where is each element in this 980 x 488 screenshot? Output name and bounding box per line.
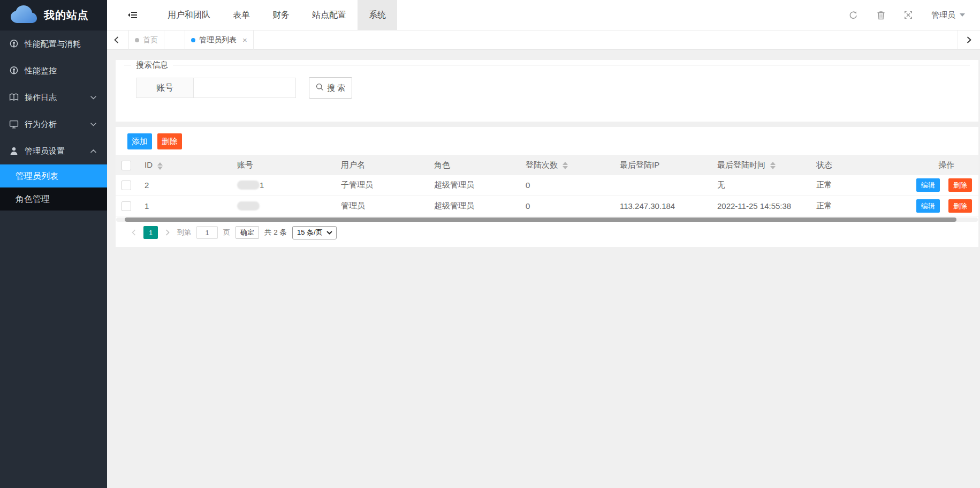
close-icon[interactable]: × bbox=[242, 35, 247, 44]
prev-page-icon[interactable] bbox=[130, 229, 138, 236]
main-area: 用户和团队 表单 财务 站点配置 系统 管理员 bbox=[107, 0, 980, 488]
chevron-down-icon bbox=[90, 96, 96, 100]
magnifier-icon bbox=[316, 83, 324, 93]
cell-actions: 编辑 删除 bbox=[902, 196, 978, 216]
sort-icon[interactable] bbox=[157, 162, 163, 170]
site-logo[interactable]: 我的站点 bbox=[0, 0, 107, 31]
row-delete-button[interactable]: 删除 bbox=[948, 178, 972, 192]
sidebar-subitem-admin-list[interactable]: 管理员列表 bbox=[0, 164, 107, 187]
nav-tab-finance[interactable]: 财务 bbox=[261, 0, 301, 30]
cell-last-ip bbox=[616, 175, 713, 196]
cell-status: 正常 bbox=[812, 175, 902, 196]
site-title: 我的站点 bbox=[44, 8, 89, 22]
nav-tab-users-teams[interactable]: 用户和团队 bbox=[156, 0, 222, 30]
monitor-icon bbox=[9, 119, 19, 129]
chevron-down-icon bbox=[326, 231, 332, 235]
admin-table: ID 账号 用户名 角色 登陆次数 最后登陆IP 最后登陆时间 状态 操作 2 bbox=[116, 155, 978, 216]
page-unit-label: 页 bbox=[223, 228, 230, 237]
cell-status: 正常 bbox=[812, 196, 902, 216]
column-header-id: ID bbox=[140, 155, 233, 175]
search-button[interactable]: 搜 索 bbox=[309, 77, 352, 99]
edit-button[interactable]: 编辑 bbox=[916, 178, 940, 192]
nav-tab-system[interactable]: 系统 bbox=[358, 0, 397, 30]
sidebar-item-operation-log[interactable]: 操作日志 bbox=[0, 84, 107, 111]
row-checkbox[interactable] bbox=[121, 201, 131, 211]
cell-username: 管理员 bbox=[337, 196, 430, 216]
sidebar-item-label: 操作日志 bbox=[25, 93, 57, 103]
next-page-icon[interactable] bbox=[163, 229, 172, 236]
row-delete-button[interactable]: 删除 bbox=[948, 199, 972, 213]
sidebar-item-label: 行为分析 bbox=[25, 119, 57, 130]
goto-page-input[interactable] bbox=[196, 226, 218, 239]
scrollbar-thumb[interactable] bbox=[125, 217, 956, 222]
sidebar-item-performance-config[interactable]: 性能配置与消耗 bbox=[0, 31, 107, 57]
cell-actions: 编辑 删除 bbox=[902, 175, 978, 196]
column-header-account: 账号 bbox=[233, 155, 337, 175]
tab-dot-icon bbox=[135, 38, 139, 42]
broadcast-icon bbox=[9, 39, 19, 49]
cell-role: 超级管理员 bbox=[430, 196, 521, 216]
row-checkbox[interactable] bbox=[121, 181, 131, 190]
per-page-select[interactable]: 15 条/页 bbox=[292, 226, 337, 239]
column-header-actions: 操作 bbox=[902, 155, 978, 175]
table-row: 1 管理员 超级管理员 0 113.247.30.184 2022-11-25 … bbox=[116, 196, 978, 216]
trash-icon[interactable] bbox=[877, 11, 885, 20]
cell-login-count: 0 bbox=[521, 175, 616, 196]
sidebar-item-performance-monitor[interactable]: 性能监控 bbox=[0, 57, 107, 84]
cloud-icon bbox=[9, 5, 37, 26]
column-header-role: 角色 bbox=[430, 155, 521, 175]
sidebar-subitem-role-management[interactable]: 角色管理 bbox=[0, 187, 107, 211]
table-panel: 添加 删除 ID 账号 用户名 角色 登陆次数 最后登陆IP bbox=[116, 127, 978, 247]
goto-label: 到第 bbox=[177, 228, 191, 237]
top-nav-tabs: 用户和团队 表单 财务 站点配置 系统 bbox=[156, 0, 397, 30]
sort-icon[interactable] bbox=[770, 162, 776, 169]
tab-dot-icon bbox=[191, 38, 195, 42]
user-menu[interactable]: 管理员 bbox=[931, 10, 965, 20]
tabs-scroll-left-icon[interactable] bbox=[107, 31, 125, 49]
search-fieldset: 搜索信息 账号 搜 索 bbox=[124, 60, 970, 99]
sidebar-submenu: 管理员列表 角色管理 bbox=[0, 164, 107, 211]
add-button[interactable]: 添加 bbox=[127, 133, 152, 149]
cell-account bbox=[233, 196, 337, 216]
tabs-scroll-right-icon[interactable] bbox=[958, 31, 980, 49]
nav-tab-forms[interactable]: 表单 bbox=[222, 0, 261, 30]
table-row: 2 1 子管理员 超级管理员 0 无 正常 编辑 删除 bbox=[116, 175, 978, 196]
sidebar-item-behavior-analysis[interactable]: 行为分析 bbox=[0, 111, 107, 138]
cell-last-time: 2022-11-25 14:55:38 bbox=[713, 196, 812, 216]
book-icon bbox=[9, 93, 19, 102]
column-header-username: 用户名 bbox=[337, 155, 430, 175]
page-tab-admin-list[interactable]: 管理员列表 × bbox=[185, 31, 254, 50]
cell-login-count: 0 bbox=[521, 196, 616, 216]
account-search-input[interactable] bbox=[194, 78, 296, 98]
delete-button[interactable]: 删除 bbox=[157, 133, 182, 149]
edit-button[interactable]: 编辑 bbox=[916, 199, 940, 213]
page-tabs-bar: 首页 管理员列表 × bbox=[107, 31, 980, 50]
redacted-account bbox=[237, 181, 260, 190]
chevron-down-icon bbox=[90, 123, 96, 126]
content-area: 搜索信息 账号 搜 索 添加 删除 bbox=[107, 50, 980, 488]
menu-fold-icon[interactable] bbox=[127, 11, 138, 19]
page-tab-home[interactable]: 首页 bbox=[128, 31, 164, 50]
chevron-down-icon bbox=[960, 13, 965, 17]
fullscreen-icon[interactable] bbox=[904, 11, 913, 19]
sidebar: 我的站点 性能配置与消耗 性能监控 操作日志 行为分析 管理 bbox=[0, 0, 107, 488]
sort-icon[interactable] bbox=[563, 162, 568, 169]
sidebar-item-label: 管理员设置 bbox=[25, 146, 65, 156]
pagination: 1 到第 页 确定 共 2 条 15 条/页 bbox=[116, 222, 978, 244]
table-header-row: ID 账号 用户名 角色 登陆次数 最后登陆IP 最后登陆时间 状态 操作 bbox=[116, 155, 978, 175]
current-page-button[interactable]: 1 bbox=[143, 226, 158, 239]
confirm-button[interactable]: 确定 bbox=[235, 226, 259, 239]
search-legend: 搜索信息 bbox=[131, 60, 173, 70]
top-navbar: 用户和团队 表单 财务 站点配置 系统 管理员 bbox=[107, 0, 980, 31]
refresh-icon[interactable] bbox=[849, 11, 858, 20]
column-header-login-count: 登陆次数 bbox=[521, 155, 616, 175]
nav-tab-site-config[interactable]: 站点配置 bbox=[301, 0, 358, 30]
chevron-up-icon bbox=[90, 149, 96, 153]
table-toolbar: 添加 删除 bbox=[116, 127, 978, 149]
user-name: 管理员 bbox=[931, 10, 955, 20]
cell-last-ip: 113.247.30.184 bbox=[616, 196, 713, 216]
cell-id: 1 bbox=[140, 196, 233, 216]
horizontal-scrollbar bbox=[116, 217, 978, 222]
select-all-checkbox[interactable] bbox=[121, 161, 131, 170]
sidebar-item-admin-settings[interactable]: 管理员设置 bbox=[0, 138, 107, 164]
